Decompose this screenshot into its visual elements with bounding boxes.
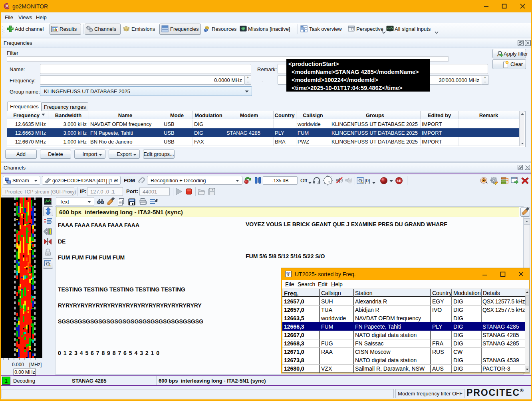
svg-text:M: M	[6, 5, 8, 8]
